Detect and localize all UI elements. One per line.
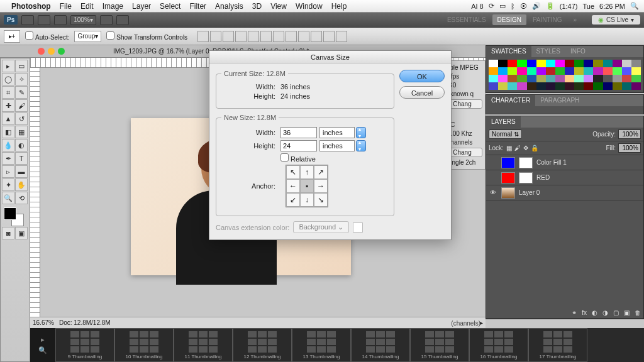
swatch[interactable] (527, 60, 536, 67)
link-layers-icon[interactable]: ⚭ (572, 309, 577, 316)
extension-color-swatch[interactable] (353, 222, 363, 233)
anchor-grid[interactable]: ↖↑↗ ←▪→ ↙↓↘ (286, 165, 328, 207)
anchor-nw[interactable]: ↖ (286, 165, 300, 179)
swatch[interactable] (613, 75, 622, 82)
gradient-tool[interactable]: ▦ (15, 126, 28, 138)
anchor-n[interactable]: ↑ (300, 165, 314, 179)
hand-tool[interactable]: ✋ (15, 178, 28, 191)
swatch[interactable] (527, 67, 536, 75)
width-unit-stepper[interactable] (356, 127, 366, 138)
healing-tool[interactable]: ✚ (2, 99, 14, 112)
menu-help[interactable]: Help (331, 2, 347, 11)
height-input[interactable] (280, 140, 317, 151)
swatch[interactable] (593, 60, 602, 67)
swatch[interactable] (536, 75, 546, 82)
width-input[interactable] (280, 127, 317, 138)
opacity-field[interactable]: 100% (618, 129, 641, 139)
distribute-4-button[interactable] (311, 31, 322, 42)
blur-tool[interactable]: 💧 (2, 139, 14, 151)
zoom-window-icon[interactable] (58, 48, 65, 55)
arrange-documents-button[interactable] (100, 15, 113, 25)
zoom-tool[interactable]: 🔍 (2, 192, 14, 204)
thumbnail-cell[interactable]: 15 Thumbnailing (410, 328, 469, 362)
layer-name[interactable]: Color Fill 1 (536, 159, 567, 166)
delete-layer-icon[interactable]: 🗑 (635, 309, 641, 316)
spotlight-icon[interactable]: 🔍 (630, 2, 639, 10)
screen-mode-tool[interactable]: ▣ (15, 227, 28, 239)
adjustment-layer-icon[interactable]: ◑ (602, 309, 608, 316)
tab-layers[interactable]: LAYERS (486, 116, 521, 128)
swatch[interactable] (593, 75, 602, 82)
layer-style-icon[interactable]: fx (582, 309, 587, 316)
zoom-select[interactable]: 100% ▾ (70, 15, 96, 25)
align-vmid-button[interactable] (210, 31, 221, 42)
history-brush-tool[interactable]: ↺ (15, 112, 28, 125)
volume-icon[interactable]: 🔊 (532, 2, 541, 10)
type-tool[interactable]: T (15, 152, 28, 165)
screen-mode-button[interactable] (116, 15, 129, 25)
tab-swatches[interactable]: SWATCHES (486, 46, 531, 57)
swatch[interactable] (593, 67, 602, 75)
display-icon[interactable]: ▭ (499, 2, 506, 10)
layer-colorfill1[interactable]: Color Fill 1 (486, 155, 643, 170)
minimize-window-icon[interactable] (48, 48, 55, 55)
swatch[interactable] (508, 67, 517, 75)
battery-icon[interactable]: 🔋 (546, 2, 555, 10)
layer-red[interactable]: RED (486, 170, 643, 185)
swatch[interactable] (603, 67, 613, 75)
path-tool[interactable]: ▹ (2, 165, 14, 178)
swatch[interactable] (613, 60, 622, 67)
group-icon[interactable]: ▢ (613, 309, 619, 316)
swatch[interactable] (489, 75, 498, 82)
swatch[interactable] (631, 82, 641, 90)
wand-tool[interactable]: ✧ (15, 73, 28, 85)
menu-window[interactable]: Window (296, 2, 323, 11)
show-transform-checkbox[interactable]: Show Transform Controls (106, 31, 187, 41)
swatch[interactable] (489, 67, 498, 75)
swatch[interactable] (508, 82, 517, 90)
distribute-1-button[interactable] (273, 31, 284, 42)
align-bottom-button[interactable] (223, 31, 234, 42)
swatch[interactable] (622, 75, 631, 82)
swatch[interactable] (546, 82, 555, 90)
swatch[interactable] (555, 67, 565, 75)
relative-checkbox[interactable]: Relative (280, 153, 316, 163)
swatch[interactable] (517, 82, 526, 90)
align-left-button[interactable] (235, 31, 247, 42)
layer-0[interactable]: 👁 Layer 0 (486, 185, 643, 200)
swatch[interactable] (536, 67, 546, 75)
swatch[interactable] (574, 60, 584, 67)
swatch[interactable] (603, 60, 613, 67)
blend-mode-select[interactable]: Normal ⇅ (489, 129, 522, 139)
swatch[interactable] (622, 67, 631, 75)
lock-all-icon[interactable]: 🔒 (531, 145, 538, 151)
swatch[interactable] (631, 60, 641, 67)
launch-minibridge-button[interactable] (38, 15, 50, 25)
fill-field[interactable]: 100% (618, 143, 641, 153)
tab-styles[interactable]: STYLES (531, 46, 565, 57)
doc-size[interactable]: Doc: 12.8M/12.8M (59, 319, 111, 326)
width-unit-select[interactable]: inches (319, 127, 355, 138)
lock-transparency-icon[interactable]: ▦ (506, 145, 512, 151)
layer-name[interactable]: RED (536, 174, 550, 181)
distribute-6-button[interactable] (336, 31, 347, 42)
ps-logo[interactable]: Ps (4, 15, 18, 25)
thumbnail-cell[interactable]: 16 Thumbnailing (469, 328, 528, 362)
thumbnail-cell[interactable]: 9 Thumbnailing (55, 328, 114, 362)
swatch[interactable] (622, 82, 631, 90)
swatch[interactable] (613, 82, 622, 90)
swatch[interactable] (603, 82, 613, 90)
close-window-icon[interactable] (38, 48, 45, 55)
layer-name[interactable]: Layer 0 (519, 189, 540, 196)
eyedropper-tool[interactable]: ✎ (15, 86, 28, 99)
height-unit-stepper[interactable] (356, 140, 366, 151)
workspace-design[interactable]: DESIGN (492, 14, 526, 25)
shape-tool[interactable]: ▬ (15, 165, 28, 178)
dodge-tool[interactable]: ◐ (15, 139, 28, 151)
workspace-painting[interactable]: PAINTING (528, 14, 567, 25)
lasso-tool[interactable]: ◯ (2, 73, 14, 85)
align-hmid-button[interactable] (248, 31, 259, 42)
swatch[interactable] (631, 75, 641, 82)
wifi-icon[interactable]: ⦿ (520, 3, 527, 10)
swatch[interactable] (593, 82, 602, 90)
